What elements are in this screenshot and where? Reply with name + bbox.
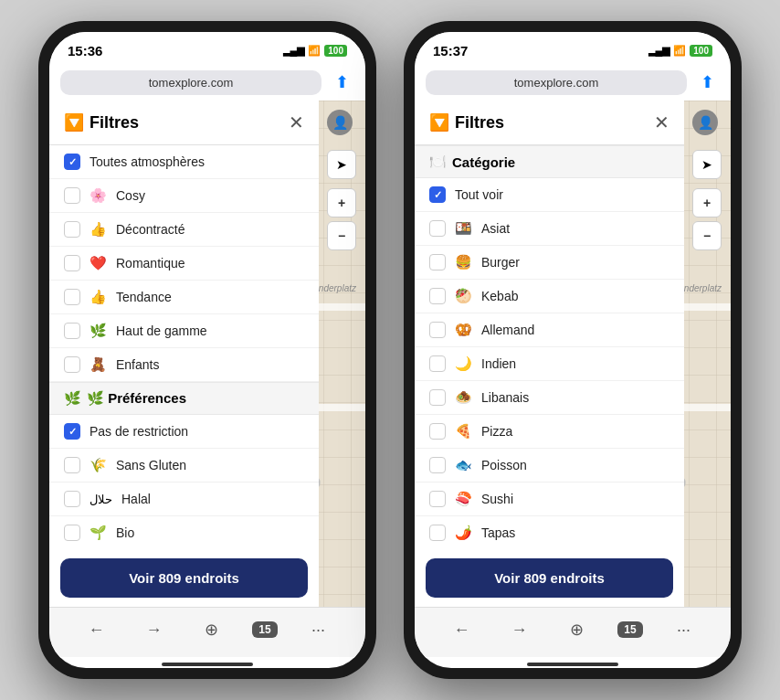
zoom-out-btn-1[interactable]: −	[327, 221, 356, 250]
cta-button-2[interactable]: Voir 809 endroits	[426, 558, 673, 598]
checkbox-indien[interactable]	[429, 355, 446, 372]
tab-count-1[interactable]: 15	[252, 621, 277, 638]
menu-button-1[interactable]: ···	[302, 617, 335, 642]
filter-item-indien[interactable]: 🌙 Indien	[415, 347, 684, 381]
filter-item-decontracte[interactable]: 👍 Décontracté	[49, 213, 319, 247]
battery-icon: 100	[324, 45, 347, 57]
label-bio: Bio	[116, 525, 134, 540]
checkbox-enfants[interactable]	[64, 356, 80, 373]
menu-button-2[interactable]: ···	[668, 617, 701, 642]
filter-item-sans-gluten[interactable]: 🌾 Sans Gluten	[49, 449, 319, 483]
checkbox-decontracte[interactable]	[64, 221, 80, 238]
status-time-1: 15:36	[68, 43, 102, 58]
filter-item-pas-restriction[interactable]: Pas de restriction	[49, 415, 319, 449]
share-button-1[interactable]: ⬆	[329, 69, 354, 95]
filter-item-sushi[interactable]: 🍣 Sushi	[415, 483, 684, 516]
new-tab-button-2[interactable]: ⊕	[560, 617, 593, 642]
checkbox-asiat[interactable]	[429, 220, 446, 237]
panel-title-2: 🔽 Filtres	[429, 112, 504, 133]
share-button-2[interactable]: ⬆	[694, 69, 720, 95]
checkbox-allemand[interactable]	[429, 322, 446, 338]
filter-icon-2: 🔽	[429, 112, 449, 133]
filter-item-tapas[interactable]: 🌶️ Tapas	[415, 516, 684, 549]
filter-item-tout-voir[interactable]: Tout voir	[415, 178, 684, 212]
filter-item-poisson[interactable]: 🐟 Poisson	[415, 449, 684, 483]
tab-count-2[interactable]: 15	[617, 621, 642, 638]
filter-item-libanais[interactable]: 🧆 Libanais	[415, 381, 684, 415]
signal-icon: ▂▄▆	[283, 45, 305, 57]
location-btn-2[interactable]: ➤	[692, 150, 722, 179]
filter-item-pizza[interactable]: 🍕 Pizza	[415, 415, 684, 449]
zoom-in-btn-2[interactable]: +	[692, 188, 722, 217]
panel-scroll-1[interactable]: Toutes atmosphères 🌸 Cosy 👍 Décontracté	[49, 145, 319, 549]
filter-item-all-atmo[interactable]: Toutes atmosphères	[49, 145, 319, 179]
filter-item-romantique[interactable]: ❤️ Romantique	[49, 247, 319, 281]
checkbox-sans-gluten[interactable]	[64, 457, 80, 473]
preferences-section-header: 🌿 🌿 Préférences	[49, 382, 319, 415]
cta-button-1[interactable]: Voir 809 endroits	[60, 558, 308, 598]
label-libanais: Libanais	[481, 390, 529, 405]
checkbox-halal[interactable]	[64, 491, 80, 507]
back-button-1[interactable]: ←	[79, 617, 112, 642]
panel-header-2: 🔽 Filtres ✕	[415, 101, 684, 145]
checkbox-romantique[interactable]	[64, 255, 80, 271]
zoom-in-btn-1[interactable]: +	[327, 188, 356, 217]
label-tapas: Tapas	[481, 525, 515, 540]
panel-title-1: 🔽 Filtres	[64, 112, 139, 133]
checkbox-libanais[interactable]	[429, 389, 446, 406]
wifi-icon: 📶	[308, 45, 321, 57]
zoom-out-btn-2[interactable]: −	[692, 221, 722, 250]
filter-item-bio[interactable]: 🌱 Bio	[49, 516, 319, 549]
wifi-icon-2: 📶	[673, 45, 686, 57]
status-icons-2: ▂▄▆ 📶 100	[648, 45, 712, 57]
preferences-title: 🌿 Préférences	[87, 390, 186, 407]
new-tab-button-1[interactable]: ⊕	[195, 617, 227, 642]
panel-scroll-2[interactable]: 🍽️ Catégorie Tout voir 🍱 Asiat �	[415, 145, 684, 549]
url-field-1[interactable]: tomexplore.com	[60, 70, 321, 95]
checkbox-haut-gamme[interactable]	[64, 323, 80, 339]
close-button-1[interactable]: ✕	[289, 111, 304, 133]
url-bar-1: tomexplore.com ⬆	[49, 64, 365, 101]
checkbox-cosy[interactable]	[64, 187, 80, 204]
checkbox-all-atmo[interactable]	[64, 154, 80, 170]
checkbox-kebab[interactable]	[429, 288, 446, 304]
checkbox-tapas[interactable]	[429, 525, 446, 541]
location-btn-1[interactable]: ➤	[327, 150, 356, 179]
filter-item-allemand[interactable]: 🥨 Allemand	[415, 313, 684, 347]
filter-item-cosy[interactable]: 🌸 Cosy	[49, 179, 319, 213]
filter-item-tendance[interactable]: 👍 Tendance	[49, 281, 319, 314]
filter-item-burger[interactable]: 🍔 Burger	[415, 246, 684, 280]
checkbox-sushi[interactable]	[429, 491, 446, 507]
forward-button-2[interactable]: →	[502, 617, 535, 642]
filter-panel-1: 🔽 Filtres ✕ Toutes atmosphères 🌸 Cosy	[49, 101, 319, 607]
filter-item-enfants[interactable]: 🧸 Enfants	[49, 348, 319, 382]
checkbox-tout-voir[interactable]	[429, 186, 446, 203]
label-sans-gluten: Sans Gluten	[116, 458, 186, 472]
checkbox-tendance[interactable]	[64, 289, 80, 305]
filter-item-asiat[interactable]: 🍱 Asiat	[415, 212, 684, 246]
label-romantique: Romantique	[116, 256, 185, 270]
forward-button-1[interactable]: →	[137, 617, 170, 642]
checkbox-bio[interactable]	[64, 525, 80, 541]
close-button-2[interactable]: ✕	[654, 111, 669, 133]
avatar-btn-2[interactable]: 👤	[692, 110, 718, 135]
label-kebab: Kebab	[481, 289, 518, 303]
url-field-2[interactable]: tomexplore.com	[426, 70, 687, 95]
filter-item-haut-gamme[interactable]: 🌿 Haut de gamme	[49, 314, 319, 348]
label-halal: Halal	[121, 492, 151, 506]
content-area-1: Alexanderplatz 👤 ➤ + − 🤍 🔽 Filtres ✕	[49, 101, 365, 607]
bottom-nav-2: ← → ⊕ 15 ···	[415, 607, 731, 657]
category-title: Catégorie	[452, 154, 515, 170]
avatar-btn-1[interactable]: 👤	[327, 110, 353, 135]
filter-item-halal[interactable]: حلال Halal	[49, 483, 319, 516]
checkbox-poisson[interactable]	[429, 457, 446, 473]
checkbox-pas-restriction[interactable]	[64, 423, 80, 440]
checkbox-burger[interactable]	[429, 254, 446, 270]
label-pizza: Pizza	[481, 424, 512, 439]
label-enfants: Enfants	[116, 357, 159, 372]
label-decontracte: Décontracté	[116, 222, 184, 237]
home-indicator-1	[162, 663, 253, 666]
checkbox-pizza[interactable]	[429, 423, 446, 440]
back-button-2[interactable]: ←	[445, 617, 478, 642]
filter-item-kebab[interactable]: 🥙 Kebab	[415, 280, 684, 313]
